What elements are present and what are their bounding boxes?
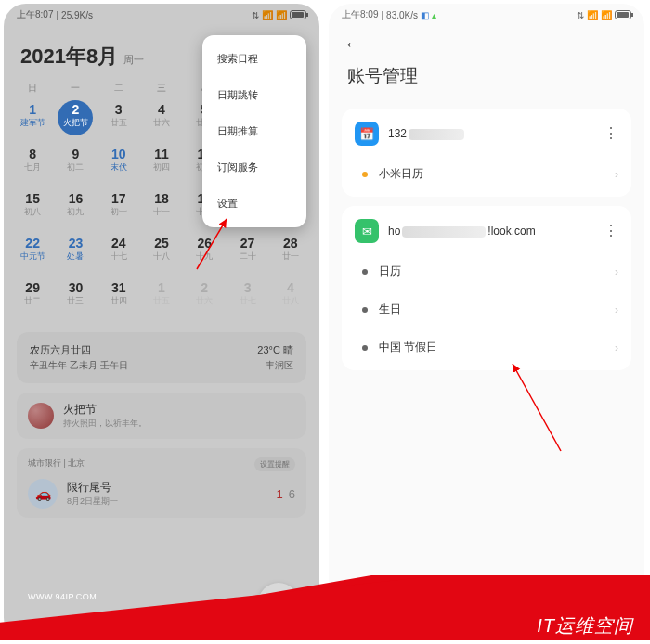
calendar-day[interactable]: 16初九 xyxy=(54,187,97,232)
lunar-date: 农历六月廿四 xyxy=(30,343,128,357)
menu-subscribe[interactable]: 订阅服务 xyxy=(202,149,306,186)
banner-text: IT运维空间 xyxy=(537,613,633,638)
calendar-day[interactable]: 26十九 xyxy=(183,232,226,277)
calendar-day[interactable]: 4廿八 xyxy=(269,277,312,321)
page-title: 账号管理 xyxy=(329,62,644,101)
calendar-color-dot xyxy=(362,345,368,351)
calendar-label: 小米日历 xyxy=(379,166,615,182)
account-header[interactable]: ✉ ho!look.com ⋮ xyxy=(342,210,631,252)
weekday-label: 日 xyxy=(11,78,54,98)
xiaomi-account-icon: 📅 xyxy=(355,122,379,146)
overflow-menu: 搜索日程 日期跳转 日期推算 订阅服务 设置 xyxy=(202,35,306,227)
annotation-arrow-right xyxy=(503,356,568,462)
calendar-row-xiaomi[interactable]: 小米日历 › xyxy=(342,155,631,193)
traffic-city: 北京 xyxy=(68,458,84,468)
status-bar: 上午8:09|83.0K/s◧▴ ⇅📶📶 xyxy=(329,4,644,26)
calendar-row-birthday[interactable]: 生日 › xyxy=(342,290,631,328)
calendar-day[interactable]: 27二十 xyxy=(226,232,268,277)
calendar-color-dot xyxy=(362,307,368,313)
calendar-day[interactable]: 4廿六 xyxy=(140,98,183,143)
weather-location: 丰润区 xyxy=(257,359,293,372)
status-net: 25.9K/s xyxy=(61,10,93,20)
calendar-day[interactable]: 8七月 xyxy=(11,143,54,187)
status-bar: 上午8:07|25.9K/s ⇅📶📶 xyxy=(4,4,319,26)
calendar-label: 生日 xyxy=(379,302,615,317)
traffic-card[interactable]: 城市限行 | 北京 设置提醒 🚗 限行尾号 8月2日星期一 16 xyxy=(17,448,306,518)
traffic-set-reminder[interactable]: 设置提醒 xyxy=(254,457,295,471)
month-title[interactable]: 2021年8月 xyxy=(20,43,118,71)
calendar-color-dot xyxy=(362,172,368,177)
calendar-day[interactable]: 31廿四 xyxy=(98,277,140,321)
account-card-outlook: ✉ ho!look.com ⋮ 日历 › 生日 › 中国 节假日 › xyxy=(342,206,631,370)
account-name: ho!look.com xyxy=(388,225,594,238)
calendar-day[interactable]: 1建军节 xyxy=(11,98,54,143)
calendar-day[interactable]: 25十八 xyxy=(140,232,183,277)
calendar-day[interactable]: 9初二 xyxy=(54,143,97,187)
weekday-label: 三 xyxy=(140,78,183,98)
traffic-label: 城市限行 xyxy=(28,458,61,468)
weekday-label: 一 xyxy=(54,78,97,98)
account-more-icon[interactable]: ⋮ xyxy=(604,224,618,238)
traffic-date: 8月2日星期一 xyxy=(67,496,118,508)
calendar-row-holidays[interactable]: 中国 节假日 › xyxy=(342,328,631,367)
weather-temp: 23°C 晴 xyxy=(257,343,293,357)
calendar-day[interactable]: 3廿七 xyxy=(226,277,268,321)
event-subtitle: 持火照田，以祈丰年。 xyxy=(63,418,147,430)
status-net: 83.0K/s xyxy=(386,10,418,20)
status-time: 上午8:09 xyxy=(342,8,378,21)
menu-search-schedule[interactable]: 搜索日程 xyxy=(202,41,306,77)
chevron-right-icon: › xyxy=(615,303,618,316)
calendar-day[interactable]: 2廿六 xyxy=(183,277,226,321)
back-arrow-icon: ← xyxy=(344,33,362,54)
watermark: WWW.94IP.COM xyxy=(28,592,97,601)
calendar-day[interactable]: 2火把节 xyxy=(54,98,97,143)
calendar-app-screen: 上午8:07|25.9K/s ⇅📶📶 2021年8月 周一 日一二三四五六 1建… xyxy=(4,4,319,640)
calendar-day[interactable]: 1廿五 xyxy=(140,277,183,321)
account-management-screen: 上午8:09|83.0K/s◧▴ ⇅📶📶 ← 账号管理 📅 132 ⋮ 小米日历… xyxy=(329,4,644,640)
back-button[interactable]: ← xyxy=(329,26,644,62)
traffic-title: 限行尾号 xyxy=(67,480,118,496)
account-name: 132 xyxy=(388,127,594,140)
calendar-day[interactable]: 28廿一 xyxy=(269,232,312,277)
calendar-day[interactable]: 11初四 xyxy=(140,143,183,187)
event-card[interactable]: 火把节 持火照田，以祈丰年。 xyxy=(17,393,306,439)
calendar-day[interactable]: 17初十 xyxy=(98,187,140,232)
weather-card[interactable]: 农历六月廿四 辛丑牛年 乙未月 壬午日 23°C 晴 丰润区 xyxy=(17,332,306,383)
car-icon: 🚗 xyxy=(28,479,58,509)
calendar-day[interactable]: 30廿三 xyxy=(54,277,97,321)
event-title: 火把节 xyxy=(63,402,147,418)
account-card-xiaomi: 📅 132 ⋮ 小米日历 › xyxy=(342,109,631,197)
calendar-label: 日历 xyxy=(379,264,615,279)
calendar-day[interactable]: 15初八 xyxy=(11,187,54,232)
event-avatar-icon xyxy=(28,403,54,429)
account-more-icon[interactable]: ⋮ xyxy=(604,126,618,141)
month-weekday: 周一 xyxy=(124,53,144,67)
status-icons: ⇅📶📶 xyxy=(252,10,306,20)
account-header[interactable]: 📅 132 ⋮ xyxy=(342,112,631,155)
weekday-label: 二 xyxy=(98,78,140,98)
status-icons: ⇅📶📶 xyxy=(577,10,631,20)
chevron-right-icon: › xyxy=(615,341,618,354)
menu-settings[interactable]: 设置 xyxy=(202,186,306,222)
calendar-day[interactable]: 29廿二 xyxy=(11,277,54,321)
calendar-day[interactable]: 18十一 xyxy=(140,187,183,232)
calendar-row-calendar[interactable]: 日历 › xyxy=(342,252,631,290)
email-account-icon: ✉ xyxy=(355,219,379,243)
calendar-day[interactable]: 22中元节 xyxy=(11,232,54,277)
chevron-right-icon: › xyxy=(615,168,618,181)
lunar-detail: 辛丑牛年 乙未月 壬午日 xyxy=(30,359,128,372)
calendar-day[interactable]: 24十七 xyxy=(98,232,140,277)
calendar-day[interactable]: 3廿五 xyxy=(98,98,140,143)
calendar-day[interactable]: 23处暑 xyxy=(54,232,97,277)
menu-date-calc[interactable]: 日期推算 xyxy=(202,113,306,149)
traffic-numbers: 16 xyxy=(277,487,295,501)
calendar-color-dot xyxy=(362,269,368,275)
menu-date-jump[interactable]: 日期跳转 xyxy=(202,77,306,113)
chevron-right-icon: › xyxy=(615,265,618,278)
calendar-label: 中国 节假日 xyxy=(379,340,615,355)
calendar-day[interactable]: 10末伏 xyxy=(98,143,140,187)
svg-line-1 xyxy=(513,364,561,451)
status-time: 上午8:07 xyxy=(17,8,53,21)
